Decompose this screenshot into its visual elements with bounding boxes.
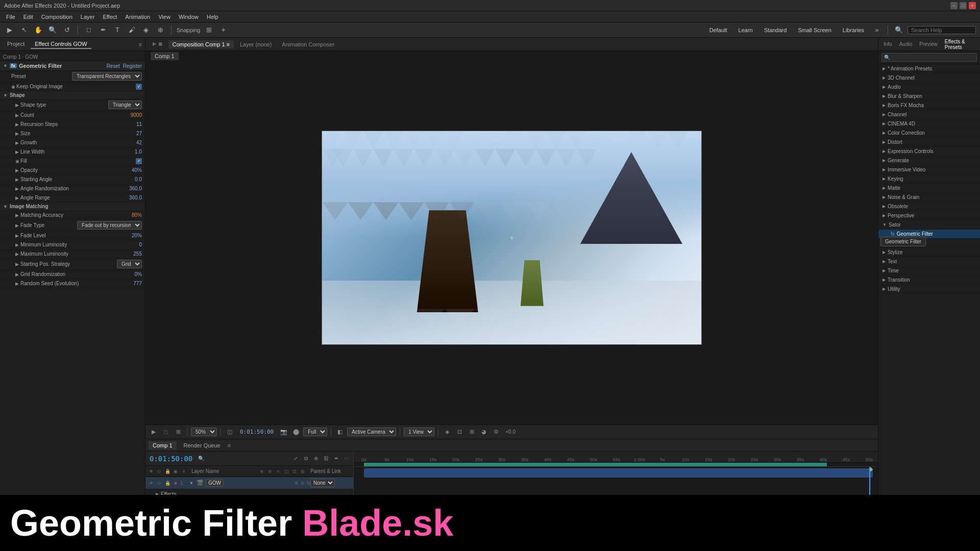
keep-original-checkbox[interactable]: ✓ [136, 84, 142, 90]
rp-item-noise[interactable]: ▶ Noise & Grain [878, 193, 980, 202]
tc-motion-btn[interactable]: ⤢ [291, 454, 300, 463]
grid-random-value[interactable]: 0% [135, 271, 142, 277]
vc-color-btn[interactable]: ⬤ [291, 427, 301, 437]
rp-item-utility[interactable]: ▶ Utility [878, 285, 980, 294]
fade-level-value[interactable]: 20% [132, 233, 142, 238]
menu-window[interactable]: Window [175, 13, 203, 21]
tab-project[interactable]: Project [3, 40, 29, 49]
preset-dropdown[interactable]: Transparent Rectangles [72, 72, 142, 81]
stamp-tool[interactable]: ◈ [140, 24, 152, 36]
rp-item-matte[interactable]: ▶ Matte [878, 184, 980, 193]
size-growth-value[interactable]: 42 [136, 140, 142, 145]
snapping-toggle[interactable]: ⊞ [204, 24, 215, 36]
tab-render-queue[interactable]: Render Queue [180, 441, 225, 449]
rp-item-text[interactable]: ▶ Text [878, 257, 980, 266]
rp-item-cinema4d[interactable]: ▶ CINEMA 4D [878, 119, 980, 129]
rp-item-audio[interactable]: ▶ Audio [878, 83, 980, 92]
recursion-value[interactable]: 11 [136, 121, 142, 127]
image-matching-header[interactable]: ▼ Image Matching [0, 203, 145, 211]
rp-item-obsolete[interactable]: ▶ Obsolete [878, 202, 980, 211]
rp-item-keying[interactable]: ▶ Keying [878, 174, 980, 184]
pen-tool[interactable]: ✒ [97, 24, 109, 36]
tab-animation-composer[interactable]: Animation Composer [278, 40, 338, 48]
rp-tab-effects-presets[interactable]: Effects & Presets [942, 38, 978, 51]
vc-view-dropdown[interactable]: 1 View [404, 428, 434, 436]
rp-item-color-correction[interactable]: ▶ Color Correction [878, 129, 980, 138]
play-button[interactable]: ▶ [4, 24, 15, 36]
max-lum-value[interactable]: 255 [133, 251, 142, 257]
workspace-learn[interactable]: Learn [734, 26, 757, 34]
vc-camera-btn[interactable]: 📷 [279, 427, 289, 437]
rp-item-transition[interactable]: ▶ Transition [878, 276, 980, 285]
menu-view[interactable]: View [154, 13, 175, 21]
opacity-toggle[interactable]: ▶ [15, 168, 20, 173]
min-lum-value[interactable]: 0 [139, 242, 142, 247]
layer-1-track[interactable] [364, 468, 873, 478]
size-value[interactable]: 27 [136, 131, 142, 136]
fade-level-toggle[interactable]: ▶ [15, 233, 20, 238]
rp-item-perspective[interactable]: ▶ Perspective [878, 211, 980, 220]
hand-tool[interactable]: ✋ [33, 24, 44, 36]
size-growth-toggle[interactable]: ▶ [15, 140, 20, 145]
shape-tool[interactable]: □ [83, 24, 94, 36]
geometric-filter-header[interactable]: ▼ fx Geometric Filter Reset Register [0, 61, 145, 71]
menu-edit[interactable]: Edit [19, 13, 37, 21]
grid-random-toggle[interactable]: ▶ [15, 272, 20, 277]
starting-pos-toggle[interactable]: ▶ [15, 262, 20, 267]
max-lum-toggle[interactable]: ▶ [15, 252, 20, 257]
tab-effect-controls[interactable]: Effect Controls GOW [31, 40, 91, 49]
vc-zoom-dropdown[interactable]: 50% [191, 428, 217, 436]
fill-checkbox[interactable]: ✓ [136, 158, 142, 164]
tc-paste-btn[interactable]: ⊕ [311, 454, 321, 463]
random-seed-toggle[interactable]: ▶ [15, 281, 20, 286]
timeline-timecode[interactable]: 0:01:50:00 [148, 455, 194, 463]
vc-grid2-btn[interactable]: ⊞ [467, 427, 477, 437]
vc-grid-btn[interactable]: ⊞ [173, 427, 183, 437]
matching-accuracy-toggle[interactable]: ▶ [15, 213, 20, 218]
rp-item-3d-channel[interactable]: ▶ 3D Channel [878, 73, 980, 83]
menu-composition[interactable]: Composition [37, 13, 77, 21]
puppet-tool[interactable]: ⊕ [155, 24, 166, 36]
shape-type-toggle[interactable]: ▶ [15, 103, 20, 108]
tab-layer-none[interactable]: Layer (none) [236, 40, 276, 48]
min-lum-toggle[interactable]: ▶ [15, 242, 20, 247]
close-button[interactable]: × [969, 2, 976, 9]
brush-tool[interactable]: 🖌 [126, 24, 137, 36]
menu-animation[interactable]: Animation [121, 13, 154, 21]
tab-comp1[interactable]: Comp 1 [149, 441, 177, 449]
workspace-overflow[interactable]: » [871, 24, 883, 36]
vc-settings-btn[interactable]: ⚙ [491, 427, 501, 437]
tc-copy-btn[interactable]: ⧉ [301, 454, 310, 463]
select-tool[interactable]: ↖ [18, 24, 30, 36]
maximize-button[interactable]: □ [960, 2, 967, 9]
menu-help[interactable]: Help [203, 13, 223, 21]
text-tool[interactable]: T [112, 24, 123, 36]
vc-render-btn[interactable]: ▶ [149, 427, 159, 437]
workspace-libraries[interactable]: Libraries [839, 26, 868, 34]
angle-random-value[interactable]: 360.0 [129, 186, 142, 191]
starting-angle-value[interactable]: 0.0 [135, 177, 142, 182]
panel-menu-btn[interactable]: ≡ [139, 41, 142, 47]
angle-range-value[interactable]: 360.0 [129, 195, 142, 201]
menu-effect[interactable]: Effect [99, 13, 121, 21]
line-width-toggle[interactable]: ▶ [15, 149, 20, 155]
rp-tab-audio[interactable]: Audio [896, 40, 916, 48]
motion-path[interactable]: ⌖ [218, 24, 229, 36]
rp-item-expression[interactable]: ▶ Expression Controls [878, 147, 980, 156]
vc-quality-dropdown[interactable]: Full [303, 428, 327, 436]
register-btn[interactable]: Register [123, 63, 142, 69]
starting-pos-dropdown[interactable]: Grid [117, 260, 142, 268]
reset-btn[interactable]: Reset [107, 63, 120, 69]
timeline-menu-btn[interactable]: ≡ [228, 442, 231, 448]
tab-composition-comp1[interactable]: Composition Comp 1 ≡ [168, 40, 234, 48]
rp-item-blur[interactable]: ▶ Blur & Sharpen [878, 92, 980, 101]
workspace-standard[interactable]: Standard [760, 26, 791, 34]
rp-item-time[interactable]: ▶ Time [878, 266, 980, 276]
vc-safe-btn[interactable]: ⊡ [454, 427, 464, 437]
tc-search-btn[interactable]: 🔍 [197, 454, 206, 463]
random-seed-value[interactable]: 777 [133, 281, 142, 286]
vc-region-btn[interactable]: ◫ [225, 427, 235, 437]
rp-item-immersive[interactable]: ▶ Immersive Video [878, 165, 980, 174]
layer-1-parent-dropdown[interactable]: None [310, 479, 335, 487]
tc-dots-btn[interactable]: ⋯ [342, 454, 351, 463]
